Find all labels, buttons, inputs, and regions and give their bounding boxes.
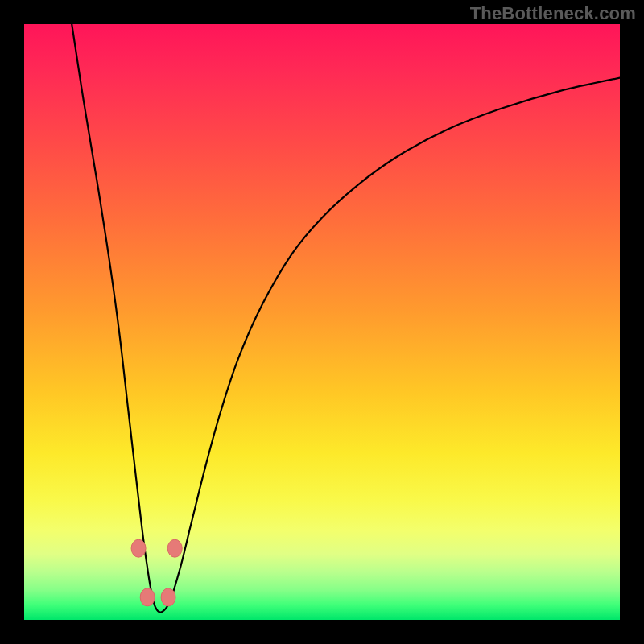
trough-markers (24, 24, 620, 620)
watermark-text: TheBottleneck.com (470, 3, 636, 24)
trough-marker (140, 588, 155, 606)
chart-stage: TheBottleneck.com (0, 0, 644, 644)
plot-area (24, 24, 620, 620)
trough-marker (131, 539, 146, 557)
trough-marker (161, 588, 175, 606)
trough-marker (167, 539, 182, 557)
